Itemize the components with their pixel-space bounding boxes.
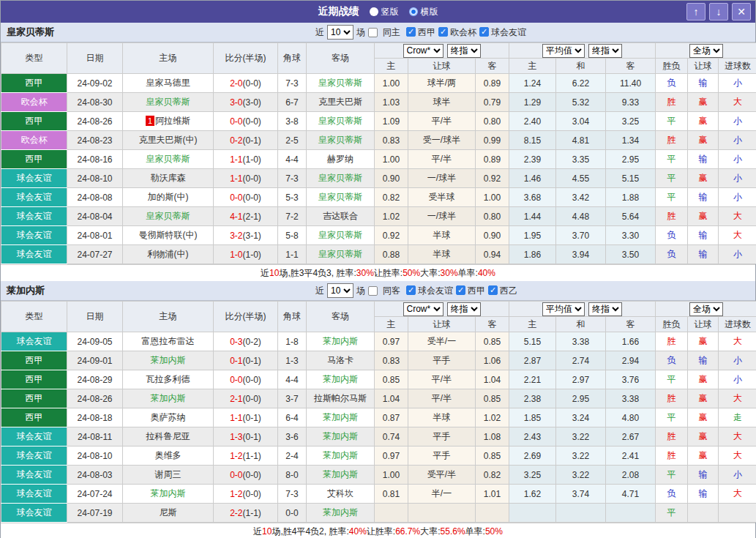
result-wdl-cell: 胜 <box>656 427 688 447</box>
final-odds-select[interactable]: 终指 <box>447 44 481 58</box>
fulltime-score: 1-2 <box>230 451 242 461</box>
avg-away-odds-cell: 3.76 <box>606 370 656 389</box>
same-venue-checkbox[interactable] <box>368 28 378 37</box>
halftime-score: (0-1) <box>243 135 261 146</box>
games-label: 场 <box>356 285 365 297</box>
result-goals-cell: 小 <box>719 245 756 264</box>
avg-draw-odds-cell: 4.48 <box>556 207 606 226</box>
handicap-cell: 平/半 <box>408 370 476 389</box>
home-team-name: 拉科鲁尼亚 <box>146 431 190 441</box>
league-checkbox[interactable] <box>456 285 465 295</box>
corner-cell: 2-4 <box>278 447 307 466</box>
average-odds-select[interactable]: 平均值 <box>542 44 585 58</box>
league-checkbox[interactable] <box>479 27 489 37</box>
sub-header: 主 <box>509 317 556 332</box>
fulltime-score: 0-1 <box>230 356 242 366</box>
league-checkbox[interactable] <box>488 285 498 295</box>
average-odds-select[interactable]: 平均值 <box>542 302 585 316</box>
handicap-cell: 平/半 <box>408 112 476 131</box>
fulltime-score: 1-3 <box>230 432 242 442</box>
match-count-select[interactable]: 10 <box>327 283 353 298</box>
avg-away-odds-cell: 3.38 <box>606 389 656 408</box>
final-odds-select-2[interactable]: 终指 <box>588 44 622 58</box>
summary-segment: 50% <box>485 526 503 537</box>
result-goals-cell: 小 <box>719 370 756 389</box>
handicap-cell: 球半/两 <box>408 74 476 93</box>
corner-cell: 7-3 <box>278 485 307 504</box>
match-type-cell: 球会友谊 <box>1 427 67 447</box>
radio-selected-icon[interactable] <box>409 7 418 16</box>
match-count-select[interactable]: 10 <box>327 25 353 40</box>
away-team-cell: 拉斯帕尔马斯 <box>307 389 375 408</box>
sub-header: 让球 <box>688 317 719 332</box>
final-odds-select-2[interactable]: 终指 <box>588 302 622 316</box>
move-down-button[interactable]: ↓ <box>709 3 728 20</box>
col-header-type: 类型 <box>1 43 67 74</box>
corner-cell: 5-8 <box>278 226 307 245</box>
avg-home-odds-cell: 1.24 <box>509 74 556 93</box>
handicap-cell: 受平/半 <box>408 466 476 485</box>
away-team-cell: 莱加内斯 <box>307 466 375 485</box>
avg-home-odds-cell: 3.68 <box>509 188 556 207</box>
crow-away-odds-cell: 0.94 <box>476 245 509 264</box>
crow-away-odds-cell: 1.08 <box>476 427 509 447</box>
summary-segment: 场,胜4平4负2, 胜率: <box>272 526 348 538</box>
away-team-cell: 皇家贝蒂斯 <box>307 74 375 93</box>
same-venue-label: 同主 <box>383 26 400 39</box>
col-header-score: 比分(半场) <box>214 302 278 332</box>
league-checkbox[interactable] <box>406 27 416 37</box>
same-venue-checkbox[interactable] <box>368 286 378 296</box>
bookmaker-select[interactable]: Crow* <box>403 44 444 58</box>
match-date-cell: 24-08-16 <box>67 150 123 169</box>
handicap-cell: 受半球 <box>408 188 476 207</box>
move-up-button[interactable]: ↑ <box>686 3 706 20</box>
away-team-cell: 吉达联合 <box>307 207 375 226</box>
score-cell: 0-0(0-0) <box>214 370 278 389</box>
avg-away-odds-cell: 1.66 <box>606 332 656 351</box>
final-odds-select[interactable]: 终指 <box>447 302 481 316</box>
sub-header: 胜负 <box>656 317 688 332</box>
result-wdl-cell: 胜 <box>656 93 688 112</box>
sub-header: 胜负 <box>656 59 688 74</box>
result-wdl-cell: 负 <box>656 226 688 245</box>
avg-draw-odds-cell: 3.70 <box>556 226 606 245</box>
corner-cell: 0-0 <box>278 504 307 523</box>
league-checkbox[interactable] <box>438 27 448 37</box>
result-handicap-cell: 赢 <box>688 112 719 131</box>
match-type-cell: 西甲 <box>1 370 67 389</box>
col-header-away: 客场 <box>307 43 375 74</box>
halftime-score: (2-1) <box>243 212 261 222</box>
radio-vertical-layout[interactable]: 竖版 <box>370 6 399 18</box>
full-match-select[interactable]: 全场 <box>689 44 723 58</box>
team-name: 莱加内斯 <box>7 284 45 297</box>
avg-draw-odds-cell: 4.81 <box>556 131 606 150</box>
away-team-cell: 马洛卡 <box>307 351 375 370</box>
handicap-cell: 一/球半 <box>408 207 476 226</box>
avg-draw-odds-cell: 3.94 <box>556 245 606 264</box>
avg-draw-odds-cell: 2.74 <box>556 351 606 370</box>
close-button[interactable]: ✕ <box>732 3 751 20</box>
radio-horizontal-layout[interactable]: 横版 <box>409 6 438 18</box>
crow-home-odds-cell: 1.03 <box>375 93 408 112</box>
away-team-cell: 皇家贝蒂斯 <box>307 169 375 188</box>
result-wdl-cell: 平 <box>656 408 688 427</box>
fulltime-score: 1-2 <box>230 489 242 499</box>
match-date-cell: 24-08-01 <box>67 226 123 245</box>
result-goals-cell: 大 <box>719 226 756 245</box>
handicap-cell: 平/半 <box>408 150 476 169</box>
radio-unselected-icon[interactable] <box>370 7 378 16</box>
league-checkbox-label: 球会友谊 <box>491 27 526 37</box>
crow-home-odds-cell: 1.00 <box>375 74 408 93</box>
full-match-select[interactable]: 全场 <box>689 302 723 316</box>
match-date-cell: 24-08-08 <box>67 188 123 207</box>
bookmaker-select[interactable]: Crow* <box>403 302 444 316</box>
crow-away-odds-cell: 0.99 <box>476 131 509 150</box>
avg-home-odds-cell: 1.85 <box>509 408 556 427</box>
home-team-cell: 谢周三 <box>123 466 214 485</box>
halftime-score: (0-0) <box>243 173 261 184</box>
score-cell: 2-2(1-1) <box>214 504 278 523</box>
league-checkbox[interactable] <box>406 285 416 295</box>
avg-away-odds-cell: 9.33 <box>606 93 656 112</box>
corner-cell: 1-1 <box>278 245 307 264</box>
avg-away-odds-cell: 5.64 <box>606 207 656 226</box>
